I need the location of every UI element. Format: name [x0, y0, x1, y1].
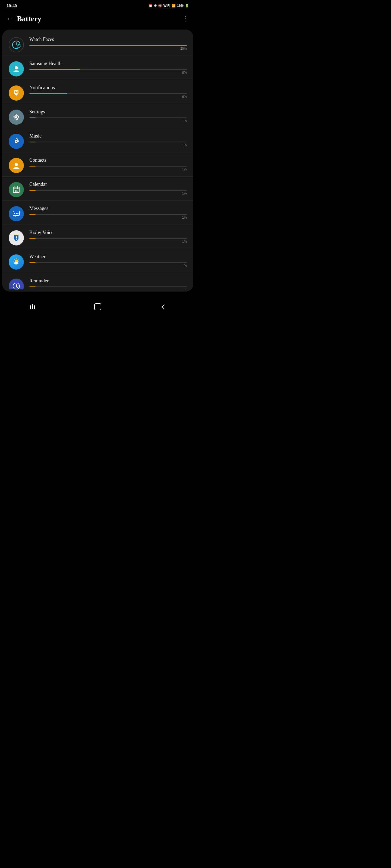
progress-container: 8% [29, 69, 187, 70]
app-info: Contacts 1% [29, 157, 187, 166]
list-item[interactable]: Messages 1% [2, 201, 193, 225]
progress-fill [29, 45, 187, 46]
app-name: Notifications [29, 85, 187, 91]
weather-icon [9, 254, 24, 270]
header-left: ← Battery [6, 14, 41, 23]
status-time: 19:49 [6, 3, 17, 8]
back-button[interactable]: ← [6, 15, 12, 22]
list-item[interactable]: Watch Faces 25% [2, 32, 193, 56]
svg-rect-7 [15, 92, 18, 93]
app-name: Reminder [29, 278, 187, 284]
progress-track [29, 118, 187, 118]
svg-point-2 [15, 66, 18, 69]
progress-percent: 25% [180, 46, 187, 51]
svg-rect-6 [17, 91, 18, 92]
wifi-icon: WiFi [164, 4, 170, 8]
app-name: Messages [29, 206, 187, 211]
progress-fill [29, 286, 35, 287]
svg-rect-3 [14, 90, 19, 94]
list-item[interactable]: 16 Calendar 1% [2, 177, 193, 201]
svg-rect-5 [15, 91, 16, 92]
notifications-icon [9, 86, 24, 101]
app-info: Reminder 1% [29, 278, 187, 287]
app-info: Music 1% [29, 133, 187, 143]
app-name: Weather [29, 254, 187, 259]
watch-faces-icon [9, 37, 24, 52]
progress-fill [29, 142, 35, 143]
list-item[interactable]: Contacts 1% [2, 152, 193, 177]
app-name: Samsung Health [29, 61, 187, 66]
progress-percent: 1% [182, 119, 187, 123]
contacts-icon [9, 158, 24, 173]
progress-percent: 1% [182, 216, 187, 219]
progress-fill [29, 238, 35, 239]
progress-fill [29, 214, 35, 215]
battery-icon: 🔋 [185, 4, 189, 8]
app-name: Contacts [29, 157, 187, 163]
svg-point-18 [14, 213, 15, 214]
list-item[interactable]: Samsung Health 8% [2, 56, 193, 80]
progress-track [29, 238, 187, 239]
progress-container: 25% [29, 45, 187, 46]
progress-percent: 1% [182, 240, 187, 244]
app-info: Watch Faces 25% [29, 37, 187, 46]
settings-icon [9, 110, 24, 125]
progress-percent: 1% [182, 143, 187, 147]
progress-track [29, 262, 187, 263]
progress-percent: 1% [182, 264, 187, 268]
list-item[interactable]: Settings 1% [2, 104, 193, 128]
calendar-icon: 16 [9, 182, 24, 197]
list-item[interactable]: Weather 1% [2, 249, 193, 273]
status-icons: ⏰ ✳ 🔇 WiFi 📶 16% 🔋 [148, 4, 189, 8]
svg-rect-25 [32, 304, 33, 309]
app-info: Settings 1% [29, 109, 187, 118]
list-item[interactable]: Music 1% [2, 128, 193, 152]
back-button-nav[interactable] [156, 301, 170, 312]
status-bar: 19:49 ⏰ ✳ 🔇 WiFi 📶 16% 🔋 [0, 0, 196, 10]
progress-container: 6% [29, 93, 187, 94]
app-info: Notifications 6% [29, 85, 187, 94]
list-item[interactable]: Bixby Voice 1% [2, 225, 193, 249]
progress-fill [29, 190, 35, 191]
messages-icon [9, 206, 24, 221]
progress-track [29, 166, 187, 166]
more-options-button[interactable]: ⋮ [182, 15, 189, 23]
progress-container: 1% [29, 142, 187, 143]
page-header: ← Battery ⋮ [0, 10, 196, 30]
progress-container: 1% [29, 166, 187, 166]
battery-percent: 16% [177, 4, 184, 8]
home-button[interactable] [91, 301, 105, 312]
svg-marker-4 [14, 94, 19, 96]
recent-apps-button[interactable] [26, 301, 39, 312]
progress-fill [29, 166, 35, 166]
progress-percent: 8% [182, 71, 187, 74]
progress-fill [29, 262, 35, 263]
app-info: Weather 1% [29, 254, 187, 263]
bottom-navigation [0, 297, 196, 318]
progress-container: 1% [29, 262, 187, 263]
progress-track [29, 45, 187, 46]
progress-percent: 6% [182, 95, 187, 99]
reminder-icon [9, 279, 24, 289]
list-item[interactable]: Notifications 6% [2, 80, 193, 104]
samsung-health-icon [9, 61, 24, 76]
svg-point-20 [18, 213, 19, 214]
svg-point-11 [15, 163, 18, 166]
app-info: Calendar 1% [29, 182, 187, 191]
svg-point-10 [16, 141, 17, 142]
progress-fill [29, 69, 80, 70]
progress-container: 1% [29, 214, 187, 215]
progress-percent: 1% [182, 288, 187, 289]
svg-point-21 [16, 239, 17, 240]
bluetooth-icon: ✳ [154, 4, 157, 8]
svg-text:16: 16 [15, 190, 18, 192]
svg-rect-26 [34, 305, 35, 309]
app-name: Music [29, 133, 187, 139]
music-icon [9, 134, 24, 149]
svg-point-1 [17, 44, 20, 48]
list-item[interactable]: Reminder 1% [2, 273, 193, 289]
progress-track [29, 142, 187, 143]
progress-container: 1% [29, 286, 187, 287]
battery-usage-list: Watch Faces 25% Samsung Health [2, 30, 193, 291]
app-info: Samsung Health 8% [29, 61, 187, 70]
